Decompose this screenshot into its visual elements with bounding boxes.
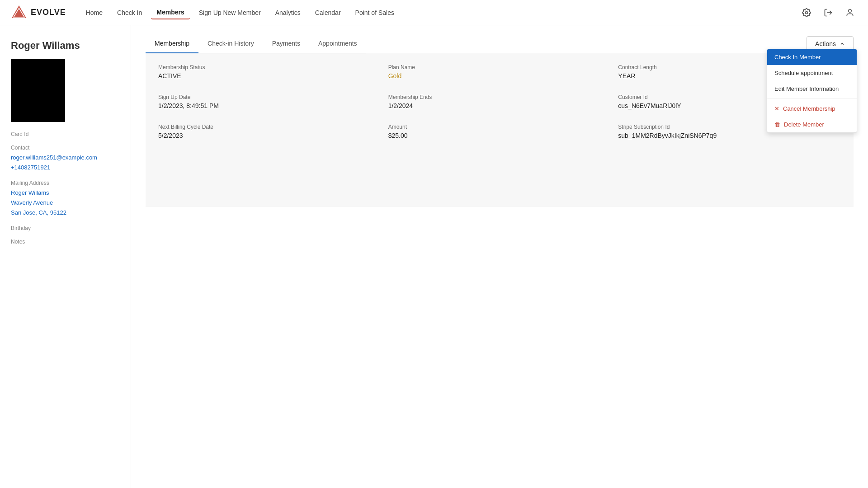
svg-point-4 <box>849 9 852 12</box>
profile-button[interactable] <box>843 5 857 20</box>
signup-date-cell: Sign Up Date 1/2/2023, 8:49:51 PM <box>158 94 381 109</box>
stripe-id-value: sub_1MM2RdByvJkIkjZniSN6P7q9 <box>618 132 841 139</box>
membership-status-cell: Membership Status ACTIVE <box>158 64 381 80</box>
action-delete-member[interactable]: 🗑 Delete Member <box>767 117 857 132</box>
plan-name-cell: Plan Name Gold <box>388 64 611 80</box>
sidebar: Roger Willams Card Id Contact roger.will… <box>0 25 131 488</box>
nav-home[interactable]: Home <box>80 6 108 19</box>
action-cancel-membership[interactable]: ✕ Cancel Membership <box>767 101 857 117</box>
dropdown-menu: Check In Member Schedule appointment Edi… <box>767 49 857 133</box>
content-area: Membership Check-in History Payments App… <box>131 25 868 488</box>
actions-label: Actions <box>815 40 836 47</box>
billing-date-cell: Next Billing Cycle Date 5/2/2023 <box>158 124 381 139</box>
nav-signup[interactable]: Sign Up New Member <box>193 6 266 19</box>
navbar: EVOLVE Home Check In Members Sign Up New… <box>0 0 868 25</box>
logo-icon <box>11 5 27 21</box>
membership-ends-cell: Membership Ends 1/2/2024 <box>388 94 611 109</box>
nav-pos[interactable]: Point of Sales <box>350 6 400 19</box>
notes-label: Notes <box>11 239 120 245</box>
nav-links: Home Check In Members Sign Up New Member… <box>80 6 799 19</box>
mailing-street[interactable]: Waverly Avenue <box>11 198 120 208</box>
user-icon <box>845 8 854 17</box>
billing-date-label: Next Billing Cycle Date <box>158 124 381 130</box>
logo[interactable]: EVOLVE <box>11 5 66 21</box>
action-edit-member[interactable]: Edit Member Information <box>767 81 857 97</box>
nav-calendar[interactable]: Calendar <box>310 6 346 19</box>
cancel-icon: ✕ <box>774 105 779 112</box>
membership-ends-label: Membership Ends <box>388 94 611 100</box>
amount-value: $25.00 <box>388 132 611 139</box>
trash-icon: 🗑 <box>774 121 780 128</box>
chevron-up-icon <box>840 41 845 47</box>
gear-icon <box>802 8 811 17</box>
contact-label: Contact <box>11 145 120 151</box>
logout-button[interactable] <box>821 5 835 20</box>
nav-analytics[interactable]: Analytics <box>270 6 306 19</box>
plan-name-value: Gold <box>388 72 611 80</box>
member-photo <box>11 59 65 122</box>
membership-info-grid: Membership Status ACTIVE Plan Name Gold … <box>158 64 841 139</box>
nav-members[interactable]: Members <box>151 6 189 19</box>
logout-icon <box>824 8 833 17</box>
svg-point-2 <box>806 11 808 14</box>
card-id-label: Card Id <box>11 131 120 137</box>
membership-ends-value: 1/2/2024 <box>388 102 611 109</box>
mailing-city[interactable]: San Jose, CA, 95122 <box>11 208 120 218</box>
tab-membership[interactable]: Membership <box>146 34 198 53</box>
settings-button[interactable] <box>799 5 814 20</box>
membership-status-label: Membership Status <box>158 64 381 70</box>
contact-phone[interactable]: +14082751921 <box>11 163 120 173</box>
plan-name-label: Plan Name <box>388 64 611 70</box>
logo-text: EVOLVE <box>31 8 66 17</box>
mailing-label: Mailing Address <box>11 180 120 186</box>
billing-date-value: 5/2/2023 <box>158 132 381 139</box>
amount-label: Amount <box>388 124 611 130</box>
action-schedule-appointment[interactable]: Schedule appointment <box>767 65 857 81</box>
dropdown-divider <box>767 99 857 99</box>
nav-icons <box>799 5 857 20</box>
contact-email[interactable]: roger.williams251@example.com <box>11 153 120 163</box>
tab-checkin-history[interactable]: Check-in History <box>198 34 263 53</box>
signup-date-label: Sign Up Date <box>158 94 381 100</box>
actions-dropdown: Check In Member Schedule appointment Edi… <box>767 49 857 133</box>
main-layout: Roger Willams Card Id Contact roger.will… <box>0 25 868 488</box>
membership-panel: Membership Status ACTIVE Plan Name Gold … <box>146 53 854 207</box>
birthday-label: Birthday <box>11 225 120 231</box>
member-name: Roger Willams <box>11 40 120 52</box>
action-checkin-member[interactable]: Check In Member <box>767 49 857 65</box>
mailing-name[interactable]: Roger Willams <box>11 188 120 198</box>
tabs-header: Membership Check-in History Payments App… <box>146 34 366 53</box>
membership-status-value: ACTIVE <box>158 72 381 80</box>
amount-cell: Amount $25.00 <box>388 124 611 139</box>
nav-checkin[interactable]: Check In <box>112 6 147 19</box>
tab-appointments[interactable]: Appointments <box>309 34 366 53</box>
signup-date-value: 1/2/2023, 8:49:51 PM <box>158 102 381 109</box>
tab-payments[interactable]: Payments <box>263 34 309 53</box>
